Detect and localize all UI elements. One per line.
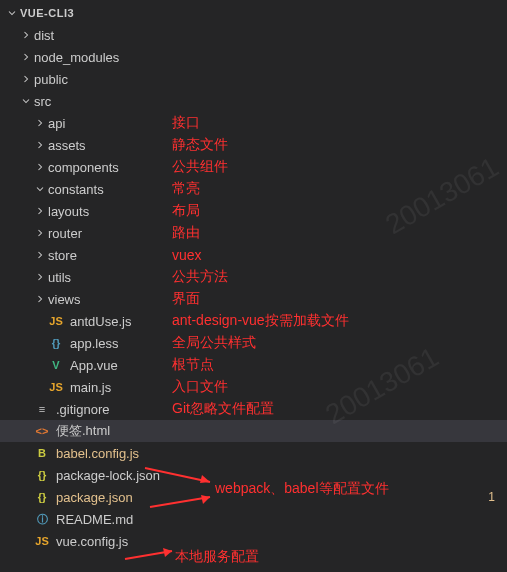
- annotation-label: 常亮: [172, 180, 200, 198]
- tree-row[interactable]: node_modules: [0, 46, 507, 68]
- tree-item-label: router: [48, 226, 82, 241]
- chevron-right-icon[interactable]: [32, 269, 48, 285]
- chevron-right-icon[interactable]: [18, 27, 34, 43]
- js-icon: JS: [48, 379, 64, 395]
- annotation-label: 公共方法: [172, 268, 228, 286]
- tree-item-label: constants: [48, 182, 104, 197]
- chevron-right-icon[interactable]: [32, 225, 48, 241]
- tree-row[interactable]: JSvue.config.js: [0, 530, 507, 552]
- tree-row[interactable]: constants常亮: [0, 178, 507, 200]
- tree-item-label: node_modules: [34, 50, 119, 65]
- annotation-label: 入口文件: [172, 378, 228, 396]
- tree-item-label: components: [48, 160, 119, 175]
- html-icon: <>: [34, 423, 50, 439]
- annotation-label: 布局: [172, 202, 200, 220]
- tree-item-label: main.js: [70, 380, 111, 395]
- tree-row[interactable]: api接口: [0, 112, 507, 134]
- annotation-label: vuex: [172, 247, 202, 263]
- chevron-right-icon[interactable]: [32, 291, 48, 307]
- annotation-label: 全局公共样式: [172, 334, 256, 352]
- tree-item-label: views: [48, 292, 81, 307]
- tree-item-label: VUE-CLI3: [20, 7, 74, 19]
- tree-item-label: dist: [34, 28, 54, 43]
- annotation-label: 接口: [172, 114, 200, 132]
- tree-row[interactable]: <>便签.html: [0, 420, 507, 442]
- babel-icon: B: [34, 445, 50, 461]
- js-icon: JS: [48, 313, 64, 329]
- annotation-label: 根节点: [172, 356, 214, 374]
- tree-item-label: .gitignore: [56, 402, 109, 417]
- tree-item-label: layouts: [48, 204, 89, 219]
- tree-item-label: package.json: [56, 490, 133, 505]
- tree-row[interactable]: {}package.json1: [0, 486, 507, 508]
- chevron-right-icon[interactable]: [32, 159, 48, 175]
- tree-item-label: babel.config.js: [56, 446, 139, 461]
- annotation-label: 界面: [172, 290, 200, 308]
- chevron-right-icon[interactable]: [32, 115, 48, 131]
- annotation-label: 路由: [172, 224, 200, 242]
- chevron-right-icon[interactable]: [32, 247, 48, 263]
- tree-row[interactable]: JSmain.js入口文件: [0, 376, 507, 398]
- chevron-placeholder: [32, 335, 48, 351]
- tree-row[interactable]: VUE-CLI3: [0, 2, 507, 24]
- info-icon: ⓘ: [34, 511, 50, 527]
- chevron-placeholder: [18, 423, 34, 439]
- chevron-right-icon[interactable]: [32, 137, 48, 153]
- annotation-label: 公共组件: [172, 158, 228, 176]
- chevron-down-icon[interactable]: [18, 93, 34, 109]
- tree-item-label: store: [48, 248, 77, 263]
- tree-item-label: 便签.html: [56, 422, 110, 440]
- tree-row[interactable]: storevuex: [0, 244, 507, 266]
- js-icon: JS: [34, 533, 50, 549]
- tree-row[interactable]: ⓘREADME.md: [0, 508, 507, 530]
- less-icon: {}: [48, 335, 64, 351]
- tree-row[interactable]: ≡.gitignoreGit忽略文件配置: [0, 398, 507, 420]
- tree-row[interactable]: public: [0, 68, 507, 90]
- chevron-placeholder: [32, 313, 48, 329]
- tree-item-label: public: [34, 72, 68, 87]
- chevron-placeholder: [18, 511, 34, 527]
- tree-row[interactable]: components公共组件: [0, 156, 507, 178]
- tree-row[interactable]: JSantdUse.jsant-design-vue按需加载文件: [0, 310, 507, 332]
- git-icon: ≡: [34, 401, 50, 417]
- tree-row[interactable]: views界面: [0, 288, 507, 310]
- tree-row[interactable]: {}package-lock.json: [0, 464, 507, 486]
- tree-row[interactable]: assets静态文件: [0, 134, 507, 156]
- tree-row[interactable]: {}app.less全局公共样式: [0, 332, 507, 354]
- annotation-label: ant-design-vue按需加载文件: [172, 312, 349, 330]
- vue-icon: V: [48, 357, 64, 373]
- chevron-right-icon[interactable]: [18, 71, 34, 87]
- tree-row[interactable]: src: [0, 90, 507, 112]
- chevron-right-icon[interactable]: [32, 203, 48, 219]
- chevron-placeholder: [18, 489, 34, 505]
- chevron-placeholder: [32, 379, 48, 395]
- tree-row[interactable]: dist: [0, 24, 507, 46]
- chevron-right-icon[interactable]: [18, 49, 34, 65]
- tree-item-label: api: [48, 116, 65, 131]
- tree-item-label: antdUse.js: [70, 314, 131, 329]
- chevron-placeholder: [18, 533, 34, 549]
- annotation-label: 静态文件: [172, 136, 228, 154]
- tree-item-label: src: [34, 94, 51, 109]
- annotation-label: Git忽略文件配置: [172, 400, 274, 418]
- tree-item-label: assets: [48, 138, 86, 153]
- tree-row[interactable]: VApp.vue根节点: [0, 354, 507, 376]
- tree-row[interactable]: router路由: [0, 222, 507, 244]
- file-tree: VUE-CLI3distnode_modulespublicsrcapi接口as…: [0, 0, 507, 552]
- chevron-placeholder: [18, 445, 34, 461]
- json-icon: {}: [34, 489, 50, 505]
- tree-item-label: README.md: [56, 512, 133, 527]
- tree-item-label: utils: [48, 270, 71, 285]
- tree-item-label: vue.config.js: [56, 534, 128, 549]
- tree-row[interactable]: layouts布局: [0, 200, 507, 222]
- chevron-down-icon[interactable]: [4, 5, 20, 21]
- chevron-placeholder: [18, 401, 34, 417]
- tree-row[interactable]: Bbabel.config.js: [0, 442, 507, 464]
- git-badge: 1: [488, 490, 495, 504]
- tree-row[interactable]: utils公共方法: [0, 266, 507, 288]
- svg-line-4: [125, 551, 172, 559]
- chevron-placeholder: [32, 357, 48, 373]
- json-icon: {}: [34, 467, 50, 483]
- chevron-down-icon[interactable]: [32, 181, 48, 197]
- tree-item-label: App.vue: [70, 358, 118, 373]
